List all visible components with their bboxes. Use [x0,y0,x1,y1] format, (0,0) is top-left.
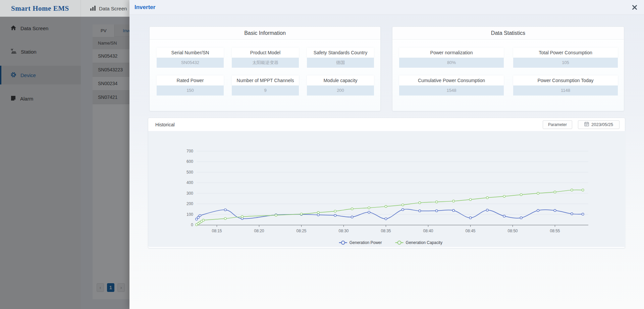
breadcrumb-label: Data Screen [99,6,127,11]
basic-information-card: Basic Information Serial Number/SN SN054… [149,26,381,111]
data-point [469,198,471,200]
y-axis-label: 100 [186,212,193,217]
data-point [368,207,370,209]
field-value: 150 [157,85,224,96]
historical-card: Historical Parameter [148,118,625,248]
field-label: Product Model [232,48,299,58]
field-value: 德国 [307,58,374,68]
calendar-icon [584,122,589,127]
data-point [571,189,573,191]
series-line-generation-capacity [197,190,583,225]
data-point [436,201,438,203]
data-point [503,215,505,217]
legend-item-generation-capacity[interactable]: Generation Capacity [395,240,442,245]
x-axis-label: 08:35 [381,229,391,233]
breadcrumb[interactable]: Data Screen [90,0,127,17]
close-icon[interactable] [632,4,638,10]
data-point [351,216,353,218]
field-rated-power: Rated Power 150 [157,75,224,96]
svg-text:Generation Power: Generation Power [350,240,382,245]
y-axis-label: 400 [186,180,193,185]
data-point [300,213,302,215]
data-point [402,204,404,206]
data-point [452,209,454,211]
data-point [436,210,438,212]
x-axis-label: 08:50 [507,229,518,233]
drawer-mask[interactable] [0,17,129,309]
data-point [385,205,387,207]
data-point [317,214,319,216]
data-point [196,218,198,220]
field-power-consumption-today: Power Consumption Today 1148 [513,75,618,96]
field-label: Safety Standards Country [307,48,374,58]
field-value: 太阳能逆变器 [232,58,299,68]
data-point [554,191,556,193]
data-point [537,192,539,194]
data-point [486,197,488,199]
basic-information-fields: Serial Number/SN SN05432 Product Model 太… [150,40,380,96]
x-axis-label: 08:30 [338,229,348,233]
data-point [202,219,204,221]
data-point [241,215,243,218]
data-point [351,208,353,210]
field-label: Cumulative Power Consumption [399,75,504,85]
field-total-power-consumption: Total Power Consumption 105 [513,48,618,68]
y-axis-label: 0 [191,223,193,227]
legend-item-generation-power[interactable]: Generation Power [339,240,382,245]
drawer-header: Inverter [129,0,644,15]
series-line-generation-power [197,209,583,219]
svg-text:Generation Capacity: Generation Capacity [406,240,442,245]
data-point [554,209,556,211]
field-value: 1148 [513,85,618,96]
historical-chart-area: 010020030040050060070008:1508:2008:2508:… [148,131,626,247]
field-label: Total Power Consumption [513,48,618,58]
x-axis-label: 08:55 [550,229,560,233]
drawer-title: Inverter [135,0,155,15]
data-point [275,214,277,216]
card-title: Data Statistics [392,27,624,40]
data-statistics-card: Data Statistics Power normalization 80% … [392,26,624,111]
data-point [582,213,584,215]
data-point [334,210,336,212]
field-mppt-channels: Number of MPPT Channels 9 [232,75,299,96]
x-axis-label: 08:25 [296,229,306,233]
data-point [224,209,226,211]
data-statistics-fields: Power normalization 80% Total Power Cons… [392,40,624,96]
date-picker[interactable]: 2023/05/25 [578,120,620,129]
y-axis-label: 500 [186,170,193,175]
data-point [520,217,522,219]
field-module-capacity: Module capacity 200 [307,75,374,96]
data-point [582,189,584,191]
x-axis-label: 08:20 [254,229,264,233]
field-value: SN05432 [157,58,224,68]
data-point [537,209,539,211]
data-point [224,218,226,220]
y-axis-label: 700 [186,149,193,153]
data-point [368,211,370,213]
app-logo: Smart Home EMS [0,0,81,17]
field-value: 1548 [399,85,504,96]
field-value: 9 [232,85,299,96]
date-value: 2023/05/25 [591,122,613,127]
y-axis-label: 300 [186,191,193,196]
x-axis-label: 08:40 [423,229,433,233]
data-point [419,210,421,212]
historical-header: Historical Parameter [148,118,625,131]
historical-chart: 010020030040050060070008:1508:2008:2508:… [148,131,626,247]
field-product-model: Product Model 太阳能逆变器 [232,48,299,68]
field-label: Number of MPPT Channels [232,75,299,85]
data-point [452,200,454,202]
x-axis-label: 08:45 [465,229,475,233]
parameter-button[interactable]: Parameter [543,120,572,129]
data-point [469,217,471,219]
field-value: 105 [513,58,618,68]
inverter-drawer: Inverter Basic Information Serial Number… [129,0,644,309]
field-label: Power Consumption Today [513,75,618,85]
data-point [385,218,387,220]
data-point [402,208,404,210]
data-point [419,202,421,204]
data-point [199,214,201,217]
data-point [486,209,488,211]
data-point [334,214,336,217]
field-label: Power normalization [399,48,504,58]
